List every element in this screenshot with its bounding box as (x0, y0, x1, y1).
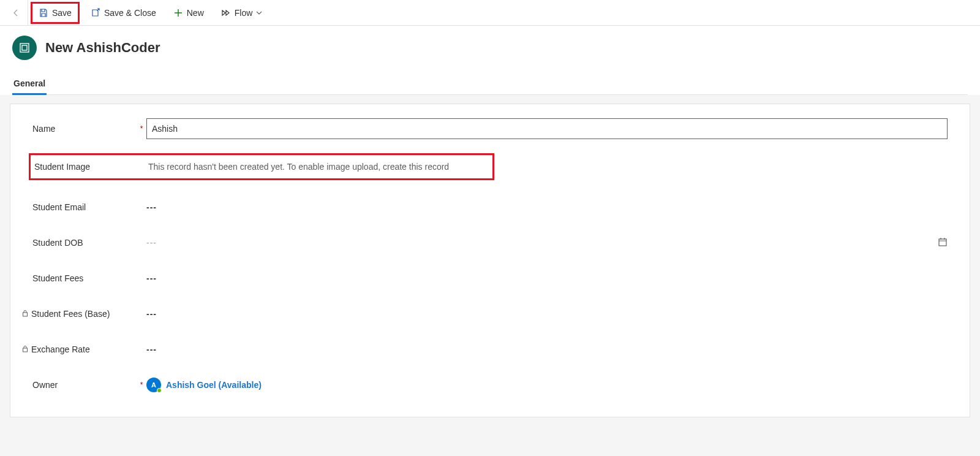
student-dob-label: Student DOB (32, 238, 137, 248)
form-tabs: General (12, 72, 968, 95)
save-icon (39, 8, 48, 18)
avatar: A (146, 378, 161, 392)
form-body: Name * Student Image This record hasn't … (10, 104, 970, 417)
new-label: New (187, 8, 204, 18)
plus-icon (173, 8, 183, 18)
page-title: New AshishCoder (45, 40, 160, 56)
student-email-value[interactable]: --- (146, 202, 948, 212)
record-header: New AshishCoder General (0, 26, 980, 95)
svg-rect-1 (22, 45, 27, 50)
flow-button[interactable]: Flow (215, 2, 269, 24)
student-fees-label: Student Fees (32, 273, 137, 283)
student-image-message: This record hasn't been created yet. To … (148, 162, 449, 172)
arrow-left-icon (11, 8, 21, 18)
required-indicator: * (137, 381, 146, 389)
lock-icon (21, 310, 29, 318)
field-student-fees: Student Fees --- (32, 265, 948, 292)
student-fees-value[interactable]: --- (146, 273, 948, 283)
student-fees-base-value: --- (146, 309, 948, 319)
flow-label: Flow (235, 8, 253, 18)
exchange-rate-label: Exchange Rate (31, 344, 90, 354)
chevron-down-icon (256, 10, 262, 16)
field-student-email: Student Email --- (32, 194, 948, 221)
back-button[interactable] (4, 0, 28, 26)
required-indicator: * (137, 124, 146, 133)
field-student-image: Student Image This record hasn't been cr… (29, 153, 494, 180)
save-close-button[interactable]: Save & Close (85, 2, 162, 24)
exchange-rate-value: --- (146, 344, 948, 354)
tab-general[interactable]: General (12, 72, 47, 94)
svg-rect-4 (23, 348, 28, 352)
save-close-icon (91, 8, 100, 18)
owner-link[interactable]: Ashish Goel (Available) (166, 380, 262, 390)
entity-icon (12, 36, 37, 60)
student-fees-base-label: Student Fees (Base) (31, 309, 110, 319)
student-image-label: Student Image (34, 162, 138, 172)
presence-available-icon (157, 388, 162, 393)
lock-icon (21, 345, 29, 354)
svg-rect-0 (20, 44, 29, 52)
save-button[interactable]: Save (31, 2, 80, 24)
save-label: Save (52, 8, 72, 18)
name-input[interactable] (146, 118, 948, 139)
calendar-icon[interactable] (938, 237, 948, 249)
new-button[interactable]: New (167, 2, 210, 24)
owner-lookup[interactable]: A Ashish Goel (Available) (146, 378, 262, 392)
field-owner: Owner * A Ashish Goel (Available) (32, 371, 948, 398)
svg-rect-3 (23, 313, 28, 316)
svg-rect-2 (939, 239, 946, 246)
name-label: Name (32, 124, 137, 134)
save-close-label: Save & Close (104, 8, 156, 18)
field-student-fees-base: Student Fees (Base) --- (32, 300, 948, 327)
student-email-label: Student Email (32, 202, 137, 212)
owner-label: Owner (32, 380, 137, 390)
student-dob-value[interactable]: --- (146, 238, 948, 248)
flow-icon (221, 8, 231, 18)
field-exchange-rate: Exchange Rate --- (32, 336, 948, 363)
command-bar: Save Save & Close New Flow (0, 0, 980, 26)
field-name: Name * (32, 115, 948, 142)
field-student-dob: Student DOB --- (32, 229, 948, 256)
